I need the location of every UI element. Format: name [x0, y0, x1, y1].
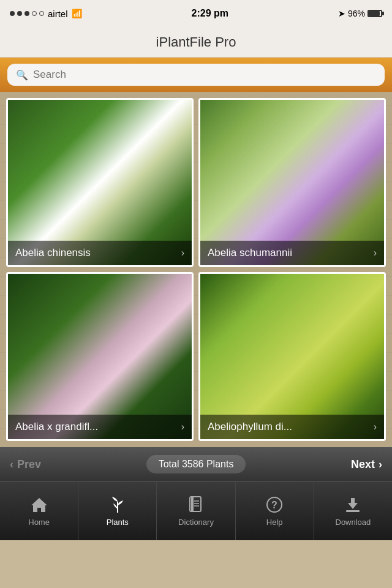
svg-text:?: ? [271, 500, 277, 510]
status-left: airtel 📶 [10, 9, 82, 19]
plant-name-1: Abelia schumannii [208, 247, 292, 259]
help-icon: ? [265, 496, 284, 514]
battery-fill [369, 11, 380, 16]
prev-button[interactable]: ‹ Prev [10, 458, 41, 471]
next-label: Next [351, 458, 375, 471]
tab-dictionary-label: Dictionary [178, 518, 214, 527]
status-time: 2:29 pm [192, 8, 228, 19]
tab-home[interactable]: Home [0, 482, 78, 540]
battery-pct-label: 96% [348, 9, 365, 18]
prev-label: Prev [17, 458, 41, 471]
signal-dot-1 [10, 11, 15, 16]
tab-home-label: Home [28, 518, 50, 527]
app-title: iPlantFile Pro [156, 34, 236, 50]
tab-plants[interactable]: Plants [78, 482, 157, 540]
status-right: ➤ 96% [338, 9, 382, 18]
chevron-icon-2: › [181, 421, 184, 432]
home-icon [30, 496, 48, 514]
tab-dictionary[interactable]: Dictionary [157, 482, 235, 540]
next-button[interactable]: Next › [351, 458, 382, 471]
download-icon [344, 496, 362, 514]
search-icon: 🔍 [16, 69, 28, 81]
chevron-icon-1: › [374, 247, 377, 258]
plant-label-3: Abeliophyllum di... › [200, 415, 384, 439]
chevron-icon-0: › [181, 247, 184, 258]
next-chevron-icon: › [379, 458, 382, 471]
tab-bar: Home Plants Dictionary ? Help [0, 481, 392, 540]
search-input[interactable] [33, 69, 376, 81]
svg-rect-2 [191, 497, 194, 511]
tab-help[interactable]: ? Help [236, 482, 314, 540]
signal-dot-4 [32, 11, 37, 16]
search-bar: 🔍 [0, 58, 392, 92]
tab-download-label: Download [336, 518, 371, 527]
svg-marker-9 [348, 498, 358, 509]
plant-card-0[interactable]: Abelia chinensis › [6, 98, 194, 267]
signal-dot-5 [39, 11, 44, 16]
plant-label-0: Abelia chinensis › [8, 241, 192, 265]
prev-chevron-icon: ‹ [10, 458, 13, 471]
title-bar: iPlantFile Pro [0, 27, 392, 58]
status-bar: airtel 📶 2:29 pm ➤ 96% [0, 0, 392, 27]
plant-card-1[interactable]: Abelia schumannii › [198, 98, 386, 267]
plant-label-1: Abelia schumannii › [200, 241, 384, 265]
tab-download[interactable]: Download [314, 482, 392, 540]
plants-icon [108, 496, 127, 514]
signal-dot-2 [17, 11, 22, 16]
carrier-label: airtel [48, 9, 68, 19]
plant-card-3[interactable]: Abeliophyllum di... › [198, 272, 386, 441]
tab-help-label: Help [266, 518, 283, 527]
dictionary-icon [187, 496, 205, 514]
plant-card-2[interactable]: Abelia x grandifl... › [6, 272, 194, 441]
battery-icon [368, 10, 382, 17]
plant-name-0: Abelia chinensis [15, 247, 91, 259]
wifi-icon: 📶 [72, 9, 82, 18]
signal-dots [10, 11, 44, 16]
pagination-bar: ‹ Prev Total 3586 Plants Next › [0, 447, 392, 481]
location-icon: ➤ [338, 9, 345, 18]
plant-label-2: Abelia x grandifl... › [8, 415, 192, 439]
search-input-wrapper[interactable]: 🔍 [7, 64, 385, 86]
plant-grid: Abelia chinensis › Abelia schumannii › A… [0, 92, 392, 447]
svg-rect-8 [346, 510, 360, 512]
plant-name-2: Abelia x grandifl... [15, 421, 98, 433]
signal-dot-3 [24, 11, 29, 16]
total-plants-label: Total 3586 Plants [146, 455, 246, 473]
tab-plants-label: Plants [107, 518, 129, 527]
chevron-icon-3: › [374, 421, 377, 432]
plant-name-3: Abeliophyllum di... [208, 421, 292, 433]
